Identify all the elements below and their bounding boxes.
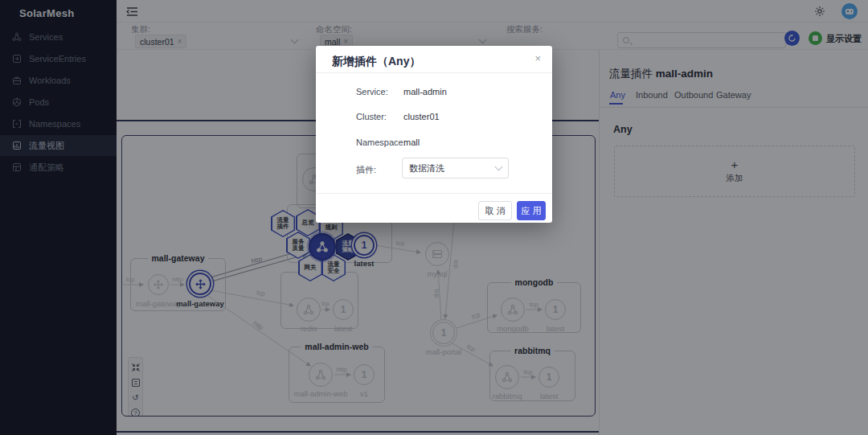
apply-button[interactable]: 应 用 (517, 201, 546, 220)
solarmesh-app: SolarMesh Services ServiceEntries Worklo… (0, 0, 868, 435)
modal-header-divider (316, 72, 552, 73)
modal-title: 新增插件（Any） (332, 55, 420, 69)
plugin-select[interactable]: 数据清洗 (402, 158, 509, 179)
field-label: Cluster: (356, 112, 387, 121)
select-chevron-icon (495, 163, 503, 171)
field-value: mall-admin (403, 87, 447, 96)
add-plugin-modal: 新增插件（Any） × Service: mall-admin Cluster:… (316, 46, 552, 223)
plugin-select-value: 数据清洗 (409, 162, 444, 174)
field-value: cluster01 (403, 112, 440, 121)
modal-close-icon[interactable]: × (534, 52, 541, 64)
modal-footer-divider (316, 193, 552, 194)
field-label: Namespace: (356, 137, 406, 147)
cancel-button[interactable]: 取 消 (478, 201, 512, 220)
plugin-field-label: 插件: (356, 164, 376, 176)
field-label: Service: (356, 87, 388, 96)
field-value: mall (403, 137, 420, 147)
